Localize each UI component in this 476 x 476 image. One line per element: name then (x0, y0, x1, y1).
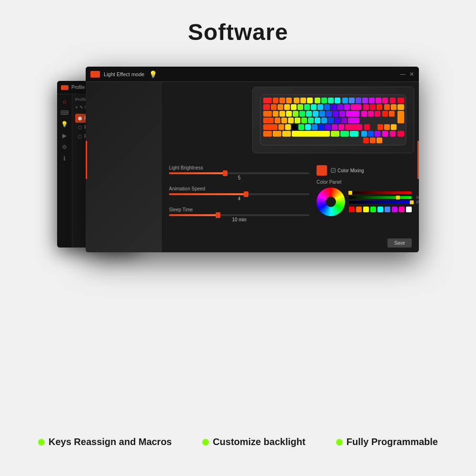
svg-rect-81 (325, 124, 331, 130)
feature-dot-right (336, 439, 343, 446)
swatch-cyan[interactable] (377, 207, 383, 212)
profile-add-btn[interactable]: + (75, 105, 78, 110)
sleep-value: 10 min (169, 217, 309, 222)
animation-slider[interactable] (169, 193, 309, 195)
svg-rect-46 (299, 111, 305, 117)
color-panel: ✓ Color Mixing Color Panel (317, 165, 412, 248)
svg-rect-3 (279, 98, 285, 103)
close-btn[interactable]: ✕ (409, 71, 414, 78)
brightness-slider[interactable] (169, 172, 309, 174)
swatch-green[interactable] (370, 207, 376, 212)
r-slider-group: 4 (349, 191, 412, 194)
svg-rect-30 (324, 104, 330, 110)
svg-rect-102 (363, 138, 369, 143)
svg-rect-29 (317, 104, 323, 110)
svg-rect-87 (384, 124, 390, 130)
svg-rect-69 (328, 118, 334, 123)
svg-rect-47 (306, 111, 312, 117)
swatch-purple[interactable] (392, 207, 397, 212)
feature-backlight: Customize backlight (202, 436, 305, 447)
svg-rect-79 (312, 124, 317, 130)
color-mixing-checkbox[interactable]: ✓ (331, 168, 336, 173)
svg-rect-11 (335, 98, 340, 103)
titlebar-controls: — ✕ (400, 71, 414, 78)
r-track[interactable]: 4 (349, 191, 412, 194)
svg-rect-16 (369, 98, 375, 103)
svg-rect-38 (384, 104, 390, 110)
svg-rect-21 (263, 104, 270, 110)
animation-control: Animation Speed 4 (169, 186, 309, 201)
svg-rect-43 (279, 111, 285, 117)
svg-rect-10 (328, 98, 334, 103)
svg-rect-56 (375, 111, 380, 117)
svg-rect-12 (342, 98, 348, 103)
svg-rect-31 (331, 104, 337, 110)
svg-rect-51 (333, 111, 338, 117)
save-button[interactable]: Save (387, 238, 412, 248)
animation-value: 4 (169, 196, 309, 201)
swatch-orange[interactable] (356, 207, 362, 212)
minimize-btn[interactable]: — (400, 71, 406, 78)
svg-rect-61 (275, 118, 280, 123)
svg-rect-71 (341, 118, 347, 123)
svg-rect-41 (263, 111, 272, 117)
svg-rect-34 (351, 104, 361, 110)
svg-rect-18 (382, 98, 388, 103)
accent-left (86, 141, 87, 179)
swatch-yellow[interactable] (363, 207, 369, 212)
svg-rect-28 (311, 104, 317, 110)
svg-rect-19 (390, 98, 396, 103)
animation-label: Animation Speed (169, 186, 309, 191)
g-track[interactable]: 199 (349, 196, 412, 199)
svg-rect-72 (348, 118, 359, 123)
svg-rect-55 (368, 111, 374, 117)
svg-rect-4 (286, 98, 292, 103)
profile-settings-icon[interactable]: ⚙ (62, 144, 67, 150)
svg-rect-20 (397, 98, 404, 103)
swatch-white[interactable] (406, 207, 412, 212)
profile-icons: ⌂ ⌨ 💡 ▶ ⚙ ℹ (57, 94, 72, 248)
profile-title: Profile (71, 85, 85, 90)
titlebar-title: Light Effect mode (104, 71, 144, 77)
svg-rect-76 (292, 124, 298, 130)
svg-rect-48 (313, 111, 318, 117)
profile-keyboard-icon[interactable]: ⌨ (60, 109, 69, 116)
swatch-red[interactable] (349, 207, 355, 212)
feature-keys: Keys Reassign and Macros (38, 436, 172, 447)
svg-rect-59 (397, 111, 404, 123)
swatch-blue[interactable] (385, 207, 390, 212)
software-area: Profile ✕ ⌂ ⌨ 💡 ▶ ⚙ ℹ Profile + ✎ ⎘ 🗑 (57, 67, 419, 267)
svg-rect-95 (350, 131, 358, 137)
svg-rect-42 (273, 111, 278, 117)
svg-rect-67 (315, 118, 320, 123)
b-track[interactable]: 255 (349, 201, 412, 204)
profile-macro-icon[interactable]: ▶ (62, 132, 67, 139)
color-wheel[interactable] (317, 188, 345, 216)
profile-light-icon[interactable]: 💡 (61, 121, 68, 128)
svg-rect-9 (321, 98, 327, 103)
svg-rect-63 (288, 118, 294, 123)
svg-rect-70 (335, 118, 340, 123)
color-swatch[interactable] (317, 165, 327, 176)
g-slider-group: 199 (349, 196, 412, 199)
profile-logo (61, 85, 69, 90)
profile-dot-2 (78, 126, 82, 129)
profile-info-icon[interactable]: ℹ (63, 155, 66, 162)
profile-home-icon[interactable]: ⌂ (63, 98, 66, 105)
brightness-control: Light Brightness 5 (169, 165, 309, 180)
svg-rect-73 (263, 124, 278, 130)
svg-rect-33 (344, 104, 350, 110)
svg-rect-24 (284, 104, 290, 110)
profile-edit-btn[interactable]: ✎ (79, 105, 83, 110)
svg-rect-91 (282, 131, 291, 137)
svg-rect-98 (375, 131, 380, 137)
svg-rect-13 (349, 98, 355, 103)
swatch-pink[interactable] (399, 207, 405, 212)
sleep-slider[interactable] (169, 214, 309, 216)
sleep-label: Sleep Time (169, 207, 309, 212)
brightness-label: Light Brightness (169, 165, 309, 170)
svg-rect-53 (346, 111, 359, 117)
svg-rect-103 (370, 138, 376, 143)
svg-rect-62 (281, 118, 287, 123)
svg-rect-26 (298, 104, 303, 110)
